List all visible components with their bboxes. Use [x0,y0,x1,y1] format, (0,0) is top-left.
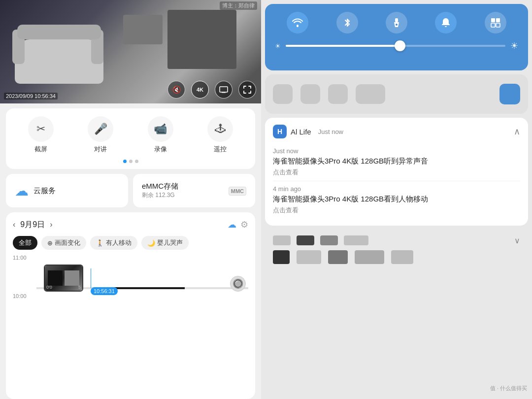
cloud-title: 云服务 [33,186,56,196]
svg-rect-0 [220,87,228,92]
svg-rect-6 [496,18,500,22]
remote-icon: 🕹 [207,116,233,142]
camera-view: 博主：郑自律 2023/09/09 10:56:34 🔇 4K [0,0,261,103]
blurred-icon-1 [273,84,293,104]
filter-all-label: 全部 [19,238,32,247]
chevron-down-icon[interactable]: ∨ [514,236,520,245]
svg-rect-1 [222,92,226,93]
blurred-blue-icon [499,84,520,104]
talk-label: 对讲 [94,145,107,154]
emmc-badge: MMC [229,187,246,196]
screenshot-icon: ✂ [28,116,54,142]
wifi-toggle[interactable] [287,12,308,33]
cloud-storage-card[interactable]: ☁ 云服务 [6,174,128,207]
blurred-icon-2 [300,84,320,104]
remote-button[interactable]: 🕹 遥控 [207,116,233,154]
svg-rect-8 [496,23,500,27]
record-label: 录像 [154,145,167,154]
bottom-sq-4 [355,250,384,264]
cloud-sync-icon[interactable]: ☁ [228,219,236,230]
expand-button[interactable]: ∧ [514,126,520,137]
quick-controls-card: ☀ ☀ [265,4,528,70]
filter-person-label: 有人移动 [106,238,132,247]
blurred-icon-3 [328,84,348,104]
dot-2 [129,160,133,163]
time-start: 11:00 [13,255,33,261]
dot-3 [135,160,138,163]
function-row: ✂ 截屏 🎤 对讲 📹 录像 🕹 遥控 [11,116,250,154]
filter-person[interactable]: 🚶 有人移动 [90,236,137,250]
bottom-blurred-icons [273,235,368,245]
timeline-card: ‹ 9月9日 › ☁ ⚙ 全部 ⊕ 画面变化 🚶 有人移动 🌙 [6,212,255,399]
left-panel: 博主：郑自律 2023/09/09 10:56:34 🔇 4K ✂ 截屏 [0,0,261,399]
prev-arrow[interactable]: ‹ [13,220,15,229]
brightness-min-icon: ☀ [275,42,281,50]
dot-1 [123,160,127,163]
filter-motion-label: 画面变化 [55,238,80,247]
torch-toggle[interactable] [386,12,407,33]
next-arrow[interactable]: › [50,220,52,229]
filter-motion[interactable]: ⊕ 画面变化 [41,236,86,250]
emmc-storage-card[interactable]: eMMC存储 剩余 112.3G MMC [133,174,255,207]
bottom-sq-3 [328,250,348,264]
camera-controls: 🔇 4K [167,81,256,99]
svg-rect-3 [395,18,398,22]
notification-item-2[interactable]: 4 min ago 海雀智能摄像头3Pro 4K版 128GB看到人物移动 点击… [273,181,520,219]
notification-header: H Al Life Just now ∧ [273,125,520,138]
calendar-header: ‹ 9月9日 › ☁ ⚙ [13,219,248,230]
svg-point-4 [396,24,398,26]
notification-toggle[interactable] [435,12,457,33]
bottom-sq-2 [297,250,321,264]
notif-message-2: 海雀智能摄像头3Pro 4K版 128GB看到人物移动 [273,195,520,204]
notif-action-1[interactable]: 点击查看 [273,168,520,177]
bottom-notification-card[interactable]: ∨ [265,230,528,270]
notif-message-1: 海雀智能摄像头3Pro 4K版 128GB听到异常声音 [273,157,520,166]
screenshot-button[interactable]: ✂ 截屏 [28,116,54,154]
event-from-label: 0'0 [46,285,52,290]
blurred-icon-4 [356,84,385,104]
calendar-date: 9月9日 [20,220,45,230]
bottom-blur-4 [344,235,368,245]
cloud-icon: ☁ [15,183,29,199]
fullscreen-button[interactable] [238,81,256,99]
app-card-blurred[interactable] [265,74,528,114]
bottom-card-header: ∨ [273,235,520,245]
layout-toggle[interactable] [485,12,506,33]
notification-card[interactable]: H Al Life Just now ∧ Just now 海雀智能摄像头3Pr… [265,118,528,226]
brightness-slider[interactable] [286,45,505,47]
svg-rect-5 [491,18,495,22]
emmc-title: eMMC存储 [142,182,178,191]
notif-action-2[interactable]: 点击查看 [273,206,520,215]
record-button[interactable]: 📹 录像 [148,116,173,154]
brightness-thumb[interactable] [395,40,405,51]
4k-button[interactable]: 4K [191,81,209,99]
timeline-thumbnail: 0'0 5 [44,265,83,292]
settings-icon[interactable]: ⚙ [240,219,248,230]
timeline-track[interactable]: 0'0 5 10:56:31 🔘 [36,255,248,299]
filter-baby[interactable]: 🌙 婴儿哭声 [141,236,189,250]
remote-label: 遥控 [214,145,227,154]
bottom-sq-5 [391,250,413,264]
event-count-label: 5 [78,285,81,290]
app-icon-letter: H [277,128,282,135]
calendar-icons: ☁ ⚙ [228,219,248,230]
svg-rect-7 [491,23,495,27]
talk-icon: 🎤 [88,116,113,142]
emmc-storage-text: eMMC存储 剩余 112.3G [142,182,178,200]
notif-time-2: 4 min ago [273,185,520,193]
bluetooth-toggle[interactable] [336,12,358,33]
timeline-cursor: 10:56:31 [91,287,118,295]
cloud-storage-text: 云服务 [33,186,56,196]
quick-control-row [273,12,520,33]
notification-item-1[interactable]: Just now 海雀智能摄像头3Pro 4K版 128GB听到异常声音 点击查… [273,143,520,181]
bottom-row-icons [273,250,520,264]
storage-row: ☁ 云服务 eMMC存储 剩余 112.3G MMC [6,174,255,207]
screen-cast-button[interactable] [215,81,233,99]
filter-all[interactable]: 全部 [13,236,37,250]
timeline-area: 11:00 10:00 0'0 5 10:56:31 [13,255,248,299]
mute-button[interactable]: 🔇 [167,81,185,99]
brightness-max-icon: ☀ [510,40,518,51]
filter-baby-label: 婴儿哭声 [157,238,183,247]
talk-button[interactable]: 🎤 对讲 [88,116,113,154]
camera-timestamp: 2023/09/09 10:56:34 [4,93,58,100]
